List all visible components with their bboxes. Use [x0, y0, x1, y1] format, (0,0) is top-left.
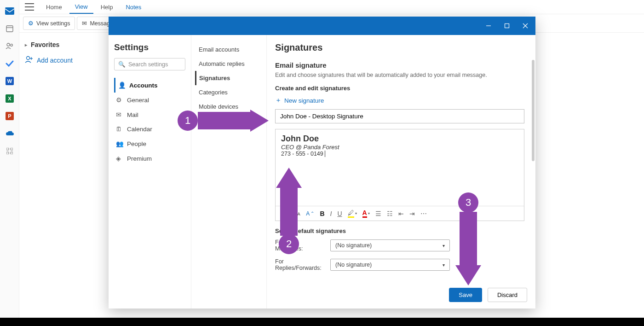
diamond-icon: ◈ [116, 155, 123, 162]
subitem-email-accounts[interactable]: Email accounts [195, 42, 263, 57]
category-people[interactable]: 👥People [114, 136, 185, 151]
calendar-icon[interactable] [5, 24, 14, 33]
mail-icon: ✉ [82, 20, 87, 27]
subitem-categories[interactable]: Categories [195, 85, 263, 99]
gear-icon: ⚙ [28, 20, 34, 27]
signature-editor[interactable]: John Doe CEO @ Panda Forest 273 - 555 - … [275, 129, 524, 221]
svg-rect-19 [505, 24, 509, 28]
onedrive-icon[interactable] [5, 129, 14, 138]
page-title: Signatures [275, 42, 524, 53]
italic-button[interactable]: I [330, 210, 332, 217]
app-sidebar: W X P [0, 0, 19, 318]
maximize-icon[interactable] [498, 17, 516, 35]
outdent-button[interactable]: ⇤ [398, 210, 404, 217]
chevron-down-icon: ▾ [443, 262, 445, 268]
for-reply-select[interactable]: (No signature) ▾ [330, 259, 450, 271]
bold-button[interactable]: B [320, 210, 324, 217]
font-family-picker[interactable]: A▾ [281, 210, 288, 217]
sig-name-text: John Doe [281, 134, 518, 144]
svg-point-15 [27, 57, 30, 60]
favorites-group[interactable]: ▸ Favorites [23, 38, 103, 51]
search-settings-input[interactable]: 🔍 Search settings [114, 58, 185, 70]
underline-button[interactable]: U [337, 210, 342, 217]
bottom-black-bar [0, 318, 644, 326]
highlight-color-button[interactable]: 🖊▾ [348, 209, 357, 218]
subitem-automatic-replies[interactable]: Automatic replies [195, 57, 263, 71]
svg-text:W: W [7, 78, 12, 84]
powerpoint-icon[interactable]: P [5, 111, 14, 121]
minimize-icon[interactable] [479, 17, 498, 35]
editor-toolbar: A▾ Aᴀ A⌃ B I U 🖊▾ A▾ ☰ ☷ ⇤ ⇥ ⋯ [276, 206, 524, 221]
view-settings-button[interactable]: ⚙ View settings [23, 17, 75, 30]
category-mail[interactable]: ✉Mail [114, 107, 185, 122]
category-general[interactable]: ⚙General [114, 93, 185, 107]
menu-hamburger-icon[interactable] [25, 3, 34, 11]
sig-phone-text: 273 - 555 - 0149 [281, 151, 518, 157]
category-accounts[interactable]: 👤Accounts [114, 78, 185, 93]
indent-button[interactable]: ⇥ [409, 210, 415, 217]
svg-rect-14 [11, 152, 13, 154]
word-icon[interactable]: W [5, 76, 14, 86]
svg-text:P: P [8, 113, 11, 119]
subitem-mobile-devices[interactable]: Mobile devices [195, 99, 263, 114]
mail-icon: ✉ [116, 111, 123, 118]
for-reply-value: (No signature) [335, 262, 372, 268]
todo-icon[interactable] [5, 59, 14, 68]
view-settings-label: View settings [36, 20, 70, 27]
add-account-button[interactable]: Add account [23, 51, 103, 69]
font-size-larger-icon[interactable]: A⌃ [306, 210, 314, 217]
more-formatting-icon[interactable]: ⋯ [420, 210, 427, 217]
person-icon: 👤 [118, 82, 126, 89]
svg-point-4 [10, 44, 12, 47]
chevron-down-icon: ▾ [443, 243, 445, 248]
create-edit-label: Create and edit signatures [275, 85, 524, 92]
category-premium[interactable]: ◈Premium [114, 151, 185, 166]
bullet-list-button[interactable]: ☰ [375, 210, 381, 217]
chevron-right-icon: ▸ [25, 42, 27, 47]
ribbon-tab-home[interactable]: Home [40, 1, 68, 13]
save-button[interactable]: Save [449, 288, 482, 302]
svg-rect-13 [6, 152, 9, 154]
settings-categories-panel: Settings 🔍 Search settings 👤Accounts ⚙Ge… [109, 35, 191, 309]
svg-text:X: X [8, 96, 12, 101]
mail-icon[interactable] [5, 6, 14, 16]
settings-modal: Settings 🔍 Search settings 👤Accounts ⚙Ge… [109, 17, 535, 309]
more-apps-icon[interactable] [5, 146, 14, 156]
subitem-signatures[interactable]: Signatures [195, 71, 263, 85]
add-person-icon [25, 56, 33, 64]
ribbon-tabs: Home View Help Notes [19, 0, 644, 14]
section-heading: Email signature [275, 61, 524, 69]
excel-icon[interactable]: X [5, 94, 14, 103]
calendar-icon: 🗓 [116, 126, 123, 133]
content-scrollbar[interactable] [532, 60, 535, 290]
number-list-button[interactable]: ☷ [387, 210, 393, 217]
sig-role-text: CEO @ Panda Forest [281, 144, 518, 151]
section-desc: Edit and choose signatures that will be … [275, 72, 524, 78]
svg-rect-0 [5, 7, 14, 15]
settings-content-panel: Signatures Email signature Edit and choo… [267, 35, 535, 309]
for-new-label: For New Messages: [275, 239, 326, 252]
category-calendar[interactable]: 🗓Calendar [114, 122, 185, 136]
new-signature-button[interactable]: ＋ New signature [275, 96, 524, 105]
ribbon-tab-notes[interactable]: Notes [120, 1, 147, 13]
default-sig-heading: Select default signatures [275, 227, 524, 234]
close-icon[interactable] [516, 17, 535, 35]
ribbon-tab-help[interactable]: Help [95, 1, 119, 13]
gear-icon: ⚙ [116, 96, 123, 104]
settings-subcategories-panel: Email accounts Automatic replies Signatu… [191, 35, 267, 309]
for-new-select[interactable]: (No signature) ▾ [330, 239, 450, 251]
svg-point-3 [7, 43, 10, 46]
discard-button[interactable]: Discard [488, 288, 527, 302]
signature-name-input[interactable] [275, 109, 524, 123]
font-size-smaller-icon[interactable]: Aᴀ [293, 210, 300, 217]
search-icon: 🔍 [118, 61, 126, 68]
for-new-row: For New Messages: (No signature) ▾ [275, 239, 524, 252]
people-icon[interactable] [5, 41, 14, 51]
ribbon-tab-view[interactable]: View [69, 0, 93, 14]
font-color-button[interactable]: A▾ [362, 209, 370, 218]
new-signature-label: New signature [284, 97, 324, 104]
for-reply-row: For Replies/Forwards: (No signature) ▾ [275, 258, 524, 271]
for-reply-label: For Replies/Forwards: [275, 258, 326, 271]
favorites-label: Favorites [31, 41, 59, 48]
svg-rect-12 [11, 148, 13, 150]
